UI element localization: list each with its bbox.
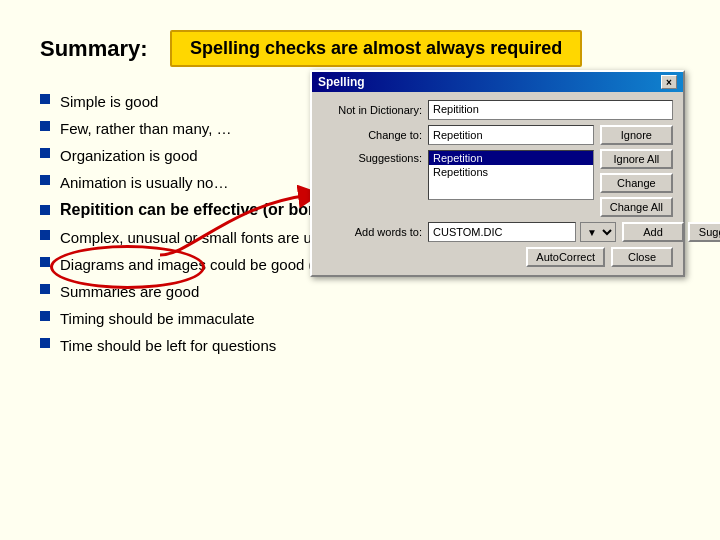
dialog-close-button[interactable]: ×: [661, 75, 677, 89]
spelling-dialog[interactable]: Spelling × Not in Dictionary: Repitition…: [310, 70, 685, 277]
add-words-dropdown[interactable]: ▼: [580, 222, 616, 242]
suggest-button[interactable]: Suggest: [688, 222, 720, 242]
dialog-title: Spelling: [318, 75, 365, 89]
suggestion-item[interactable]: Repetitions: [429, 165, 593, 179]
bottom-buttons-row: AutoCorrect Close: [322, 247, 673, 267]
autocorrect-button[interactable]: AutoCorrect: [526, 247, 605, 267]
bullet-icon: [40, 284, 50, 294]
bullet-icon: [40, 205, 50, 215]
bullet-icon: [40, 230, 50, 240]
dialog-body: Not in Dictionary: Repitition Change to:…: [312, 92, 683, 275]
list-item: Summaries are good: [40, 281, 680, 302]
not-in-dict-value: Repitition: [428, 100, 673, 120]
bullet-icon: [40, 121, 50, 131]
add-bottom-buttons: Add Suggest: [622, 222, 720, 242]
list-item: Time should be left for questions: [40, 335, 680, 356]
dialog-middle: Change to: Suggestions: Repetition Repet…: [322, 125, 673, 217]
not-in-dict-row: Not in Dictionary: Repitition: [322, 100, 673, 120]
add-button[interactable]: Add: [622, 222, 684, 242]
change-to-row: Change to:: [322, 125, 594, 145]
close-dialog-button[interactable]: Close: [611, 247, 673, 267]
bullet-icon: [40, 338, 50, 348]
dialog-titlebar: Spelling ×: [312, 72, 683, 92]
add-input-wrapper: ▼: [428, 222, 616, 242]
not-in-dict-label: Not in Dictionary:: [322, 104, 422, 116]
dialog-right-buttons: Ignore Ignore All Change Change All: [600, 125, 673, 217]
bullet-icon: [40, 311, 50, 321]
change-to-label: Change to:: [322, 129, 422, 141]
suggestions-listbox[interactable]: Repetition Repetitions: [428, 150, 594, 200]
add-words-label: Add words to:: [322, 226, 422, 238]
bullet-icon: [40, 257, 50, 267]
change-all-button[interactable]: Change All: [600, 197, 673, 217]
change-to-input[interactable]: [428, 125, 594, 145]
suggestions-label: Suggestions:: [322, 152, 422, 164]
suggestion-item[interactable]: Repetition: [429, 151, 593, 165]
change-button[interactable]: Change: [600, 173, 673, 193]
summary-label: Summary:: [40, 36, 150, 62]
slide: Summary: Spelling checks are almost alwa…: [0, 0, 720, 540]
suggestions-row: Suggestions: Repetition Repetitions: [322, 150, 594, 200]
add-words-row: Add words to: ▼ Add Suggest: [322, 222, 673, 242]
dialog-fields: Change to: Suggestions: Repetition Repet…: [322, 125, 594, 205]
highlight-box: Spelling checks are almost always requir…: [170, 30, 582, 67]
bullet-icon: [40, 175, 50, 185]
header-row: Summary: Spelling checks are almost alwa…: [40, 30, 680, 67]
add-words-input[interactable]: [428, 222, 576, 242]
bullet-icon: [40, 94, 50, 104]
ignore-all-button[interactable]: Ignore All: [600, 149, 673, 169]
list-item: Timing should be immaculate: [40, 308, 680, 329]
ignore-button[interactable]: Ignore: [600, 125, 673, 145]
bullet-icon: [40, 148, 50, 158]
